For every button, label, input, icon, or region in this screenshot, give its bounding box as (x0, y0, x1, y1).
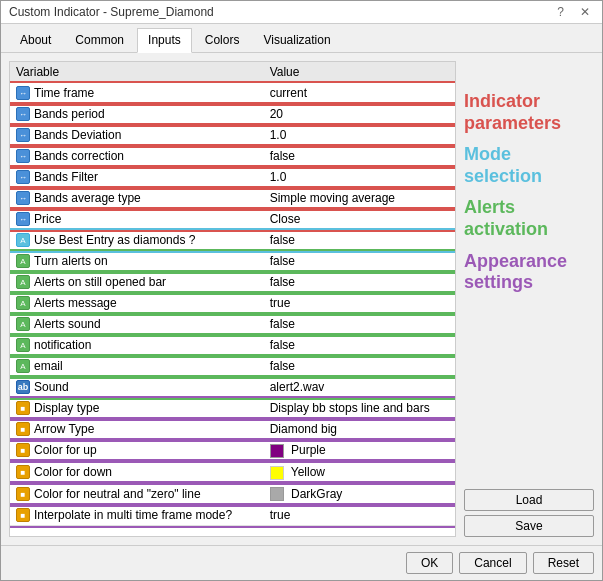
table-row: ■ Color for neutral and "zero" line Dark… (10, 483, 455, 505)
table-row: A Use Best Entry as diamonds ? false (10, 230, 455, 251)
tab-inputs[interactable]: Inputs (137, 28, 192, 53)
indicator-icon: ↔ (16, 212, 30, 226)
color-swatch-down[interactable] (270, 466, 284, 480)
var-cell: ↔ Bands period (10, 104, 264, 125)
var-cell: ↔ Time frame (10, 83, 264, 104)
bottom-bar: OK Cancel Reset (1, 545, 602, 580)
indicator-icon: ↔ (16, 149, 30, 163)
table-row: A Alerts message true (10, 293, 455, 314)
color-swatch-neutral[interactable] (270, 487, 284, 501)
alert-icon: A (16, 275, 30, 289)
indicator-parameters-label: Indicatorparameters (464, 91, 594, 134)
display-icon: ■ (16, 422, 30, 436)
alert-icon: A (16, 296, 30, 310)
var-cell: ■ Color for down (10, 461, 264, 483)
window-title: Custom Indicator - Supreme_Diamond (9, 5, 214, 19)
main-content: Variable Value ↔ Time frame current (1, 53, 602, 545)
table-row: A Alerts sound false (10, 314, 455, 335)
indicator-icon: ↔ (16, 191, 30, 205)
table-row: ab Sound alert2.wav (10, 377, 455, 398)
val-cell: false (264, 272, 455, 293)
save-button[interactable]: Save (464, 515, 594, 537)
alert-icon: ab (16, 380, 30, 394)
table-row: ■ Interpolate in multi time frame mode? … (10, 505, 455, 526)
var-cell: A Alerts sound (10, 314, 264, 335)
alert-icon: A (16, 359, 30, 373)
val-cell: false (264, 356, 455, 377)
val-cell: false (264, 230, 455, 251)
var-cell: ■ Color for up (10, 440, 264, 462)
ok-button[interactable]: OK (406, 552, 453, 574)
var-cell: A Use Best Entry as diamonds ? (10, 230, 264, 251)
val-cell: Diamond big (264, 419, 455, 440)
table-row: ↔ Price Close (10, 209, 455, 230)
table-row: A Alerts on still opened bar false (10, 272, 455, 293)
table-row: ■ Color for down Yellow (10, 461, 455, 483)
tab-about[interactable]: About (9, 28, 62, 52)
reset-button[interactable]: Reset (533, 552, 594, 574)
load-button[interactable]: Load (464, 489, 594, 511)
indicator-icon: ↔ (16, 170, 30, 184)
display-icon: ■ (16, 487, 30, 501)
tab-visualization[interactable]: Visualization (252, 28, 341, 52)
val-cell: false (264, 335, 455, 356)
var-cell: ■ Interpolate in multi time frame mode? (10, 505, 264, 526)
tab-common[interactable]: Common (64, 28, 135, 52)
section-labels: Indicatorparameters Modeselection Alerts… (464, 61, 594, 304)
table-row: ■ Color for up Purple (10, 440, 455, 462)
tab-colors[interactable]: Colors (194, 28, 251, 52)
alert-icon: A (16, 233, 30, 247)
tab-bar: About Common Inputs Colors Visualization (1, 24, 602, 53)
var-cell: A Alerts message (10, 293, 264, 314)
table-row: A Turn alerts on false (10, 251, 455, 272)
table-row: ↔ Bands correction false (10, 146, 455, 167)
val-cell: current (264, 83, 455, 104)
val-cell: DarkGray (264, 483, 455, 505)
val-cell: alert2.wav (264, 377, 455, 398)
var-cell: ■ Display type (10, 398, 264, 419)
var-cell: ↔ Bands average type (10, 188, 264, 209)
var-cell: ↔ Bands correction (10, 146, 264, 167)
val-cell: false (264, 146, 455, 167)
cancel-button[interactable]: Cancel (459, 552, 526, 574)
title-bar: Custom Indicator - Supreme_Diamond ? ✕ (1, 1, 602, 24)
display-icon: ■ (16, 401, 30, 415)
var-cell: ab Sound (10, 377, 264, 398)
close-button[interactable]: ✕ (576, 5, 594, 19)
val-cell: Close (264, 209, 455, 230)
var-cell: ↔ Bands Deviation (10, 125, 264, 146)
table-row: ↔ Bands Deviation 1.0 (10, 125, 455, 146)
col-value: Value (264, 62, 455, 83)
table-row: ↔ Bands period 20 (10, 104, 455, 125)
help-button[interactable]: ? (553, 5, 568, 19)
var-cell: ↔ Bands Filter (10, 167, 264, 188)
title-bar-controls: ? ✕ (553, 5, 594, 19)
display-icon: ■ (16, 508, 30, 522)
var-cell: A notification (10, 335, 264, 356)
var-cell: ↔ Price (10, 209, 264, 230)
val-cell: 1.0 (264, 125, 455, 146)
main-window: Custom Indicator - Supreme_Diamond ? ✕ A… (0, 0, 603, 581)
table-row: A email false (10, 356, 455, 377)
table-row: ↔ Bands average type Simple moving avera… (10, 188, 455, 209)
display-icon: ■ (16, 443, 30, 457)
val-cell: true (264, 505, 455, 526)
col-variable: Variable (10, 62, 264, 83)
display-icon: ■ (16, 465, 30, 479)
val-cell: Yellow (264, 461, 455, 483)
appearance-settings-label: Appearancesettings (464, 251, 594, 294)
val-cell: Display bb stops line and bars (264, 398, 455, 419)
val-cell: false (264, 251, 455, 272)
var-cell: A Alerts on still opened bar (10, 272, 264, 293)
alert-icon: A (16, 317, 30, 331)
mode-selection-label: Modeselection (464, 144, 594, 187)
table-row: ↔ Time frame current (10, 83, 455, 104)
color-swatch-up[interactable] (270, 444, 284, 458)
val-cell: false (264, 314, 455, 335)
val-cell: 20 (264, 104, 455, 125)
table-row: ↔ Bands Filter 1.0 (10, 167, 455, 188)
params-table: Variable Value ↔ Time frame current (10, 62, 455, 526)
indicator-icon: ↔ (16, 128, 30, 142)
val-cell: 1.0 (264, 167, 455, 188)
alerts-activation-label: Alertsactivation (464, 197, 594, 240)
